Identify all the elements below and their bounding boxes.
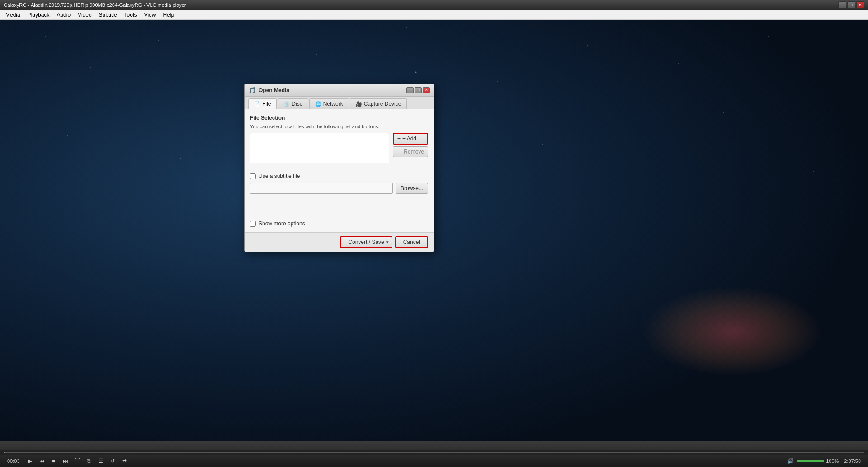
tab-network[interactable]: 🌐 Network	[309, 98, 349, 109]
volume-fill	[797, 460, 824, 462]
dialog-titlebar-controls: ─ □ ✕	[406, 87, 430, 93]
add-button-label: + Add...	[402, 135, 421, 142]
remove-button-label: — Remove	[397, 149, 424, 155]
volume-label: 100%	[826, 458, 839, 464]
progress-fill	[4, 452, 5, 453]
minimize-button[interactable]: ─	[838, 1, 846, 9]
tab-file[interactable]: 📄 File	[248, 98, 277, 109]
vlc-icon: 🎵	[248, 87, 256, 94]
background	[0, 0, 868, 467]
bottombar: 00:03 ▶ ⏮ ■ ⏭ ⛶ ⧉ ☰ ↺ ⇄ 🔊 100% 2:07:58	[0, 441, 868, 467]
next-button[interactable]: ⏭	[61, 456, 71, 466]
tab-capture-device[interactable]: 🎥 Capture Device	[350, 98, 407, 109]
capture-tab-icon: 🎥	[356, 101, 362, 107]
close-button[interactable]: ✕	[856, 1, 864, 9]
section-description: You can select local files with the foll…	[250, 124, 428, 129]
progress-track[interactable]	[4, 452, 864, 453]
dialog-restore-button[interactable]: □	[415, 87, 422, 93]
restore-button[interactable]: □	[847, 1, 855, 9]
menubar: Media Playback Audio Video Subtitle Tool…	[0, 10, 868, 20]
menu-view[interactable]: View	[141, 11, 160, 19]
subtitle-checkbox[interactable]	[250, 173, 256, 179]
menu-help[interactable]: Help	[159, 11, 178, 19]
loop-button[interactable]: ↺	[108, 456, 118, 466]
titlebar-controls: ─ □ ✕	[838, 1, 864, 9]
subtitle-checkbox-row: Use a subtitle file	[250, 173, 428, 179]
browse-button[interactable]: Browse...	[396, 183, 428, 194]
tab-disc[interactable]: 💿 Disc	[278, 98, 308, 109]
subtitle-checkbox-label[interactable]: Use a subtitle file	[259, 173, 300, 179]
progress-bar-area	[0, 450, 868, 455]
show-more-label[interactable]: Show more options	[259, 220, 305, 227]
section-title: File Selection	[250, 115, 428, 121]
dialog-tabs: 📄 File 💿 Disc 🌐 Network 🎥 Capture Device	[245, 97, 434, 109]
dialog-titlebar: 🎵 Open Media ─ □ ✕	[245, 84, 434, 97]
fullscreen-button[interactable]: ⛶	[72, 456, 82, 466]
dialog-close-button[interactable]: ✕	[423, 87, 430, 93]
cancel-button[interactable]: Cancel	[395, 236, 428, 248]
dialog-title: Open Media	[259, 87, 289, 93]
controls-row: 00:03 ▶ ⏮ ■ ⏭ ⛶ ⧉ ☰ ↺ ⇄ 🔊 100% 2:07:58	[0, 455, 868, 467]
mute-button[interactable]: 🔊	[785, 456, 795, 466]
time-total: 2:07:58	[844, 458, 861, 464]
dialog-content: File Selection You can select local file…	[245, 109, 434, 232]
menu-playback[interactable]: Playback	[24, 11, 53, 19]
menu-subtitle[interactable]: Subtitle	[95, 11, 121, 19]
divider	[250, 168, 428, 168]
playlist-button[interactable]: ☰	[96, 456, 106, 466]
tab-network-label: Network	[323, 101, 343, 107]
dialog-title-area: 🎵 Open Media	[248, 87, 289, 94]
menu-audio[interactable]: Audio	[53, 11, 74, 19]
volume-area: 🔊 100%	[785, 456, 839, 466]
menu-tools[interactable]: Tools	[121, 11, 141, 19]
prev-button[interactable]: ⏮	[37, 456, 47, 466]
play-button[interactable]: ▶	[25, 456, 35, 466]
subtitle-path-input[interactable]	[250, 183, 393, 194]
stop-button[interactable]: ■	[49, 456, 59, 466]
tab-capture-label: Capture Device	[364, 101, 401, 107]
titlebar: GalaxyRG - Aladdin.2019.720p.HDRip.900MB…	[0, 0, 868, 10]
disc-tab-icon: 💿	[283, 101, 290, 107]
time-current: 00:03	[7, 458, 20, 464]
menu-media[interactable]: Media	[2, 11, 24, 19]
remove-button[interactable]: — Remove	[393, 146, 428, 157]
add-icon: +	[397, 135, 401, 142]
controls-right: 🔊 100% 2:07:58	[785, 456, 864, 466]
open-media-dialog: 🎵 Open Media ─ □ ✕ 📄 File 💿 Disc 🌐 Netwo…	[244, 84, 434, 252]
controls-left: 00:03 ▶ ⏮ ■ ⏭ ⛶ ⧉ ☰ ↺ ⇄	[4, 456, 129, 466]
dialog-minimize-button[interactable]: ─	[406, 87, 414, 93]
random-button[interactable]: ⇄	[119, 456, 129, 466]
file-buttons: + + Add... — Remove	[393, 133, 428, 163]
dialog-footer: Convert / Save ▼ Cancel	[245, 232, 434, 252]
tab-disc-label: Disc	[292, 101, 302, 107]
show-more-row: Show more options	[250, 217, 428, 227]
convert-save-button[interactable]: Convert / Save ▼	[340, 236, 392, 248]
add-button[interactable]: + + Add...	[393, 133, 428, 145]
extended-settings-button[interactable]: ⧉	[84, 456, 94, 466]
convert-arrow-icon: ▼	[385, 240, 390, 245]
subtitle-row: Browse...	[250, 183, 428, 194]
menu-video[interactable]: Video	[74, 11, 95, 19]
volume-bar[interactable]	[797, 460, 824, 462]
file-area: + + Add... — Remove	[250, 133, 428, 163]
show-more-checkbox[interactable]	[250, 221, 256, 227]
divider-2	[250, 212, 428, 212]
file-tab-icon: 📄	[254, 101, 260, 107]
convert-save-label: Convert / Save	[348, 239, 384, 245]
titlebar-title: GalaxyRG - Aladdin.2019.720p.HDRip.900MB…	[4, 2, 838, 8]
tab-file-label: File	[262, 101, 271, 107]
file-list-box[interactable]	[250, 133, 389, 163]
network-tab-icon: 🌐	[315, 101, 321, 107]
